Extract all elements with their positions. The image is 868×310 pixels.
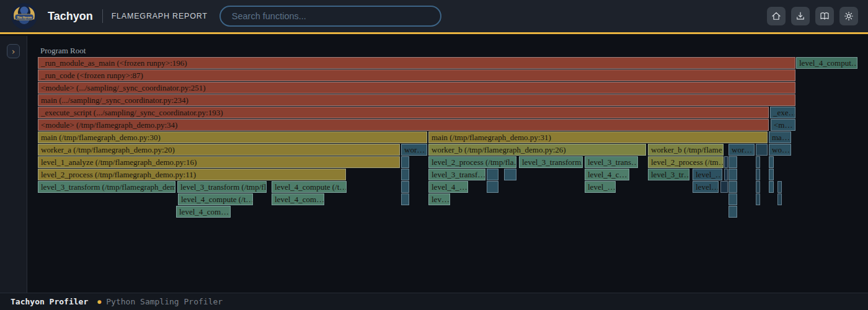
footer-subtitle: Python Sampling Profiler (106, 297, 223, 306)
flame-block[interactable] (401, 181, 409, 193)
flame-block[interactable]: _run_module_as_main (<frozen runpy>:196) (38, 57, 795, 69)
flame-block[interactable]: level… (693, 181, 719, 193)
flame-block[interactable]: level_1_analyze (/tmp/flamegraph_demo.py… (38, 156, 400, 168)
flame-block[interactable] (401, 193, 409, 205)
header-actions (767, 7, 858, 25)
flame-block[interactable]: level_… (585, 181, 616, 193)
flame-block[interactable] (769, 181, 774, 193)
flame-block[interactable]: level_3_transform (/tmp/flamegraph_dem… (38, 181, 175, 193)
flame-block[interactable] (769, 169, 774, 180)
flame-block[interactable] (756, 193, 760, 205)
theme-button[interactable] (839, 7, 858, 25)
footer-app-name: Tachyon Profiler (11, 297, 88, 306)
flame-block[interactable]: level_4_com… (272, 193, 324, 205)
flame-block[interactable]: level_3_tr… (648, 169, 689, 180)
flame-block[interactable] (401, 169, 409, 180)
search-input[interactable] (219, 6, 441, 27)
home-button[interactable] (767, 7, 786, 25)
download-button[interactable] (791, 7, 810, 25)
flame-block[interactable]: level_… (693, 169, 722, 180)
flame-block[interactable]: level_2_process (/tm… (648, 156, 724, 168)
download-icon (795, 11, 806, 22)
flame-block[interactable]: level_4_comput… (796, 57, 857, 69)
flame-block[interactable]: level_2_process (/tmp/flamegraph_demo.py… (38, 169, 346, 180)
svg-text:Tachyon: Tachyon (17, 15, 32, 20)
flame-root-row: Program Root (38, 45, 857, 56)
flame-block[interactable]: wor… (728, 144, 755, 156)
tachyon-logo-icon: Tachyon (11, 2, 38, 30)
flame-block[interactable] (487, 169, 498, 180)
flame-block[interactable] (769, 156, 774, 168)
sidebar: › (0, 36, 27, 293)
status-bar: Tachyon Profiler ● Python Sampling Profi… (0, 293, 868, 310)
home-icon (771, 11, 782, 22)
book-icon (819, 11, 830, 22)
flame-block[interactable] (777, 193, 782, 205)
docs-button[interactable] (815, 7, 834, 25)
flame-block[interactable]: main (/tmp/flamegraph_demo.py:30) (38, 131, 427, 143)
flame-block[interactable]: level_3_transform (/tmp/fl… (177, 181, 267, 193)
flame-block[interactable]: level_4_c… (585, 169, 629, 180)
flame-block[interactable]: level_4_compute (/t… (178, 193, 253, 205)
flame-block[interactable] (728, 156, 737, 168)
flame-block[interactable]: level_2_process (/tmp/fla… (428, 156, 516, 168)
sun-icon (843, 11, 854, 22)
flame-block[interactable]: worker_b (/tmp/flamegraph_demo.py:26) (428, 144, 646, 156)
flame-block[interactable]: level_3_transform… (519, 156, 583, 168)
flame-block[interactable] (504, 169, 516, 180)
flame-block[interactable]: ma… (769, 131, 791, 143)
flame-block[interactable]: main (/tmp/flamegraph_demo.py:31) (428, 131, 768, 143)
flame-block[interactable]: worker_a (/tmp/flamegraph_demo.py:20) (38, 144, 400, 156)
flame-block[interactable]: <module> (.../sampling/_sync_coordinator… (38, 82, 795, 94)
flame-block[interactable] (728, 181, 737, 193)
flame-block[interactable]: wor… (401, 144, 427, 156)
flame-block[interactable]: level_3_transf… (428, 169, 485, 180)
flame-block[interactable]: level_3_trans… (585, 156, 638, 168)
flame-block[interactable]: main (.../sampling/_sync_coordinator.py:… (38, 94, 795, 106)
flame-block[interactable]: level_4_com… (176, 206, 231, 218)
flame-block[interactable]: <module> (/tmp/flamegraph_demo.py:34) (38, 119, 769, 131)
flame-block[interactable] (724, 169, 728, 180)
flame-block[interactable] (756, 144, 768, 156)
header-divider (102, 9, 103, 23)
flame-block[interactable]: worker_b (/tmp/flame… (648, 144, 724, 156)
flame-block[interactable] (487, 181, 498, 193)
flame-block[interactable] (728, 169, 737, 180)
flame-block[interactable] (401, 156, 409, 168)
flame-block[interactable] (728, 193, 737, 205)
flame-block[interactable]: level_4_compute (/t… (272, 181, 347, 193)
flame-block[interactable] (777, 181, 782, 193)
flamegraph: Program Root_run_module_as_main (<frozen… (28, 36, 868, 293)
status-dot-icon: ● (97, 298, 101, 305)
sidebar-expand-button[interactable]: › (7, 44, 20, 58)
flame-block[interactable]: <m… (771, 119, 795, 131)
report-type-label: FLAMEGRAPH REPORT (112, 12, 208, 20)
flame-block[interactable] (724, 156, 728, 168)
flame-block[interactable]: _run_code (<frozen runpy>:87) (38, 69, 795, 81)
app-title: Tachyon (48, 10, 93, 23)
flame-block[interactable] (756, 181, 760, 193)
flame-block[interactable]: level_4_… (428, 181, 468, 193)
flame-block[interactable]: _exe… (770, 107, 795, 118)
flame-block[interactable]: _execute_script (.../sampling/_sync_coor… (38, 107, 769, 118)
flame-block[interactable]: lev… (428, 193, 450, 205)
flame-block[interactable] (756, 169, 760, 180)
app-header: Tachyon Tachyon FLAMEGRAPH REPORT (0, 0, 868, 34)
flame-block[interactable]: wo… (769, 144, 791, 156)
flame-block[interactable] (728, 206, 737, 218)
flame-block[interactable] (720, 181, 728, 193)
flame-block[interactable] (756, 156, 760, 168)
